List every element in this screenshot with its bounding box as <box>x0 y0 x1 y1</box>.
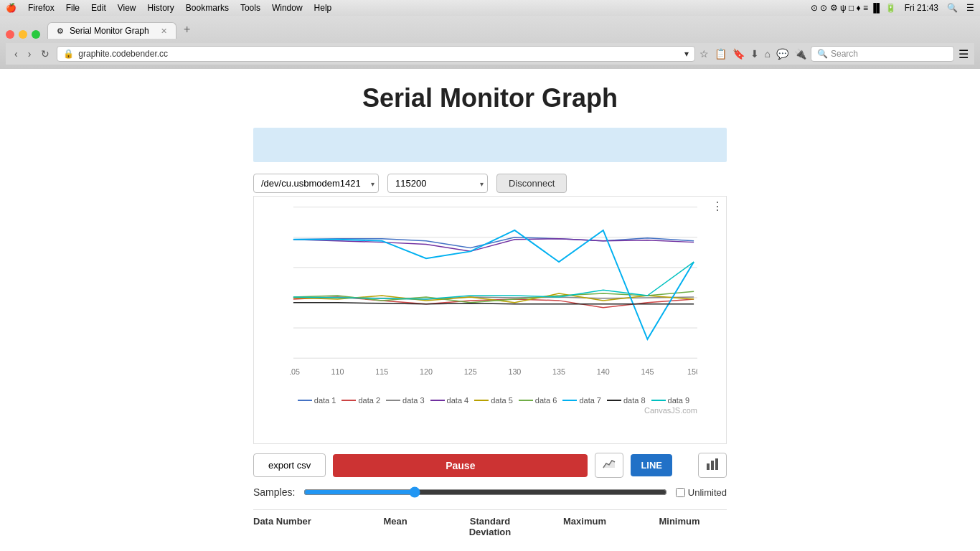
svg-text:115: 115 <box>375 367 388 376</box>
samples-slider[interactable] <box>303 486 666 498</box>
legend-line-data9 <box>651 400 666 401</box>
samples-row: Samples: Unlimited <box>253 486 727 498</box>
svg-rect-23 <box>711 461 714 470</box>
pocket-icon[interactable]: 🔖 <box>732 48 745 60</box>
unlimited-checkbox[interactable] <box>676 488 685 497</box>
maximize-button[interactable] <box>32 30 40 39</box>
addon-icon[interactable]: 🔌 <box>794 48 806 60</box>
traffic-lights <box>6 30 40 39</box>
browser-chrome: ⚙ Serial Monitor Graph ✕ + ‹ › ↻ 🔒 graph… <box>0 16 980 69</box>
reload-button[interactable]: ↻ <box>38 47 52 61</box>
minimize-button[interactable] <box>19 30 27 39</box>
svg-text:145: 145 <box>641 367 654 376</box>
toolbar-icons: ☆ 📋 🔖 ⬇ ⌂ 💬 🔌 <box>699 48 806 60</box>
new-tab-button[interactable]: + <box>178 20 196 39</box>
legend-label-data5: data 5 <box>491 396 513 405</box>
line-chart-button[interactable]: LINE <box>631 454 672 476</box>
search-menubar-icon[interactable]: 🔍 <box>947 3 958 13</box>
legend-label-data6: data 6 <box>535 396 557 405</box>
page-content: Serial Monitor Graph /dev/cu.usbmodem142… <box>0 69 980 551</box>
controls-row: /dev/cu.usbmodem1421 ▾ 115200 ▾ Disconne… <box>253 174 727 193</box>
legend-line-data5 <box>474 400 489 401</box>
bar-chart-button[interactable] <box>698 453 727 478</box>
export-csv-button[interactable]: export csv <box>253 453 326 477</box>
apple-menu[interactable]: 🍎 <box>6 3 17 13</box>
page-title: Serial Monitor Graph <box>14 83 966 113</box>
col-header-maximum: Maximum <box>537 516 632 537</box>
chart-svg: 15 10 5 0 −5 −10 105 110 115 120 125 <box>290 204 697 390</box>
search-bar[interactable]: 🔍 Search <box>811 46 954 62</box>
menubar: 🍎 Firefox File Edit View History Bookmar… <box>0 0 980 16</box>
dropdown-arrow: ▾ <box>684 49 689 59</box>
url-text: graphite.codebender.cc <box>78 49 679 59</box>
clock: Fri 21:43 <box>905 3 938 13</box>
download-icon[interactable]: ⬇ <box>750 48 759 60</box>
menu-firefox[interactable]: Firefox <box>28 3 55 13</box>
menu-edit[interactable]: Edit <box>91 3 106 13</box>
bar-chart-icon <box>706 458 719 471</box>
col-header-minimum: Minimum <box>632 516 727 537</box>
legend-line-data1 <box>298 400 312 401</box>
svg-text:135: 135 <box>552 367 565 376</box>
tab-close-button[interactable]: ✕ <box>161 27 167 36</box>
svg-text:140: 140 <box>597 367 610 376</box>
forward-button[interactable]: › <box>25 47 34 61</box>
close-button[interactable] <box>6 30 14 39</box>
tab-favicon: ⚙ <box>57 27 64 36</box>
home-icon[interactable]: ⌂ <box>765 48 771 60</box>
menu-icon[interactable]: ☰ <box>966 3 974 13</box>
bottom-controls: export csv Pause LINE <box>253 453 727 478</box>
pause-button[interactable]: Pause <box>333 454 588 477</box>
unlimited-label: Unlimited <box>688 487 727 498</box>
area-chart-icon <box>603 458 616 471</box>
legend-label-data1: data 1 <box>314 396 336 405</box>
active-tab[interactable]: ⚙ Serial Monitor Graph ✕ <box>47 22 176 39</box>
svg-rect-24 <box>715 458 718 470</box>
bookmark-icon[interactable]: ☆ <box>699 48 709 60</box>
back-button[interactable]: ‹ <box>11 47 21 61</box>
svg-text:120: 120 <box>420 367 433 376</box>
reader-icon[interactable]: 📋 <box>715 48 727 60</box>
legend-line-data6 <box>519 400 533 401</box>
legend-data4: data 4 <box>430 396 469 405</box>
address-bar[interactable]: 🔒 graphite.codebender.cc ▾ <box>57 46 694 62</box>
legend-data8: data 8 <box>607 396 646 405</box>
chart-legend: data 1 data 2 data 3 data 4 data 5 <box>290 396 697 405</box>
menu-file[interactable]: File <box>66 3 80 13</box>
menu-tools[interactable]: Tools <box>240 3 260 13</box>
menu-view[interactable]: View <box>118 3 136 13</box>
area-chart-button[interactable] <box>595 453 623 478</box>
legend-data6: data 6 <box>519 396 557 405</box>
system-icons: ⊙ ⊙ ⚙ ψ □ ♦ ≡ ▐▌ 🔋 <box>811 3 896 13</box>
disconnect-button[interactable]: Disconnect <box>496 174 567 193</box>
chat-icon[interactable]: 💬 <box>776 48 788 60</box>
port-select[interactable]: /dev/cu.usbmodem1421 <box>253 174 379 193</box>
nav-bar: ‹ › ↻ 🔒 graphite.codebender.cc ▾ ☆ 📋 🔖 ⬇… <box>6 43 974 65</box>
legend-data2: data 2 <box>341 396 380 405</box>
menu-bookmarks[interactable]: Bookmarks <box>186 3 229 13</box>
legend-line-data4 <box>430 400 445 401</box>
menu-help[interactable]: Help <box>314 3 332 13</box>
svg-text:110: 110 <box>331 367 344 376</box>
port-select-wrapper: /dev/cu.usbmodem1421 ▾ <box>253 174 379 193</box>
menu-button[interactable]: ☰ <box>958 47 969 61</box>
legend-line-data8 <box>607 400 621 401</box>
info-banner <box>253 128 727 162</box>
samples-label: Samples: <box>253 486 295 498</box>
menubar-right: ⊙ ⊙ ⚙ ψ □ ♦ ≡ ▐▌ 🔋 Fri 21:43 🔍 ☰ <box>811 3 974 13</box>
legend-label-data4: data 4 <box>447 396 469 405</box>
legend-line-data2 <box>341 400 356 401</box>
chart-container: ⋮ 15 10 5 0 −5 −10 <box>253 196 727 444</box>
stats-table-header: Data Number Mean Standard Deviation Maxi… <box>253 509 727 537</box>
chart-menu-button[interactable]: ⋮ <box>712 199 723 213</box>
legend-label-data3: data 3 <box>402 396 425 405</box>
menu-window[interactable]: Window <box>272 3 303 13</box>
svg-text:150: 150 <box>687 367 697 376</box>
canvasjs-credit: CanvasJS.com <box>290 406 697 415</box>
col-header-data-number: Data Number <box>253 516 348 537</box>
unlimited-checkbox-label[interactable]: Unlimited <box>676 487 727 498</box>
menu-history[interactable]: History <box>148 3 174 13</box>
legend-label-data9: data 9 <box>668 396 690 405</box>
tab-bar: ⚙ Serial Monitor Graph ✕ + <box>6 20 974 39</box>
baud-select[interactable]: 115200 <box>387 174 488 193</box>
